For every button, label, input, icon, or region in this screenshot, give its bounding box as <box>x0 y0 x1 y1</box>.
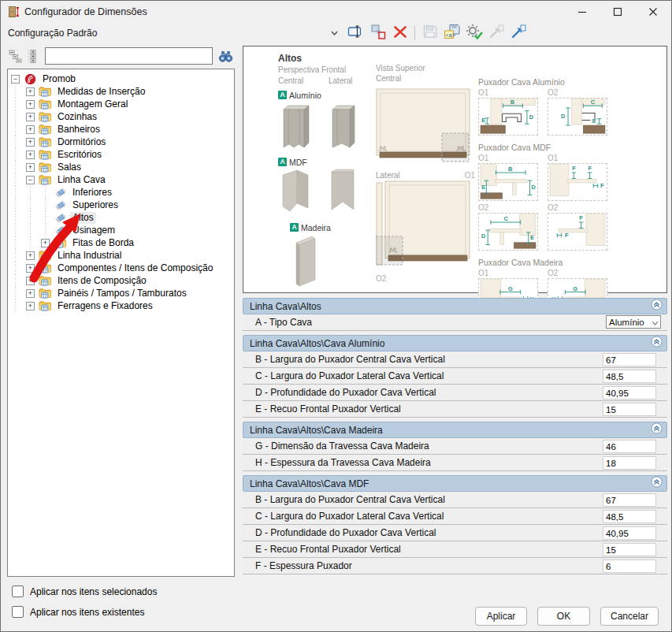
tree-guide-line: + <box>23 287 38 299</box>
property-section: Linha Cava\Altos\Cava AlumínioB - Largur… <box>243 335 667 418</box>
expand-node-icon[interactable]: + <box>26 251 35 260</box>
expand-node-icon[interactable]: + <box>41 239 50 247</box>
collapse-section-button[interactable] <box>651 476 663 491</box>
tree-guide-line <box>8 274 23 287</box>
tree-item-salas[interactable]: +Salas <box>8 161 234 173</box>
section-header: Linha Cava\Altos\Cava MDF <box>243 475 667 492</box>
close-button[interactable] <box>635 1 670 22</box>
property-value-input[interactable] <box>603 370 656 383</box>
tree-item-banheiros[interactable]: +Banheiros <box>8 123 234 136</box>
svg-text:E: E <box>481 184 485 191</box>
apply-button[interactable]: Aplicar <box>475 607 527 626</box>
restore-configuration-button[interactable] <box>508 24 528 43</box>
detail-cell-tag: O2 <box>548 88 609 98</box>
collapse-node-icon[interactable]: − <box>26 176 35 184</box>
tree-item-inferiores[interactable]: Inferiores <box>8 186 234 199</box>
collapse-section-button[interactable] <box>651 336 663 351</box>
tree-item-cozinhas[interactable]: +Cozinhas <box>8 110 234 123</box>
tree-guide-line <box>8 299 23 312</box>
toolbar-separator <box>414 26 415 40</box>
expand-node-icon[interactable]: + <box>26 138 35 147</box>
expand-node-icon[interactable]: + <box>26 163 35 172</box>
tree-item-escritorios[interactable]: +Escritórios <box>8 148 234 161</box>
expand-node-icon[interactable]: + <box>26 125 35 134</box>
search-binoculars-button[interactable] <box>216 47 235 65</box>
detail-cell-tag: O1 <box>478 154 540 163</box>
property-label: A - Tipo Cava <box>255 317 312 328</box>
maximize-button[interactable] <box>600 1 635 22</box>
tree-item-label: Componentes / Itens de Composição <box>55 262 215 274</box>
configuration-combobox[interactable]: Configuração Padrão <box>4 24 341 42</box>
dimension-letter-badge: A <box>290 223 299 232</box>
tree-item-label: Banheiros <box>55 124 102 136</box>
tree-item-superiores[interactable]: Superiores <box>8 199 234 211</box>
tree-item-linha-industrial[interactable]: +Linha Industrial <box>8 249 234 262</box>
ok-button[interactable]: OK <box>537 607 590 626</box>
expand-node-icon[interactable]: + <box>26 100 35 109</box>
expand-node-icon[interactable]: + <box>26 289 35 298</box>
tree-item-dormitorios[interactable]: +Dormitórios <box>8 136 234 148</box>
tree-item-montagem-geral[interactable]: +Montagem Geral <box>8 98 234 110</box>
folder-icon <box>38 149 53 160</box>
expand-node-icon[interactable]: + <box>26 277 35 285</box>
duplicate-configuration-button[interactable] <box>368 24 388 43</box>
property-value-input[interactable] <box>603 493 656 507</box>
delete-configuration-button[interactable] <box>390 24 410 43</box>
expand-node-icon[interactable]: + <box>26 151 35 159</box>
property-value-input[interactable] <box>603 456 656 470</box>
tree-item-ferragens-e-fixadores[interactable]: +Ferragens e Fixadores <box>8 299 234 312</box>
property-value-input[interactable] <box>603 510 656 523</box>
property-row: C - Largura do Puxador Lateral Cava Vert… <box>243 368 667 385</box>
property-value-input[interactable] <box>603 403 656 416</box>
property-label: C - Largura do Puxador Lateral Cava Vert… <box>255 370 444 381</box>
property-value-input[interactable] <box>603 353 656 366</box>
tag-icon <box>53 187 68 199</box>
tree-guide-line <box>8 236 23 249</box>
save-configuration-button[interactable] <box>420 24 440 43</box>
apply-selected-checkbox[interactable] <box>12 586 24 597</box>
rename-configuration-button[interactable] <box>346 24 366 43</box>
apply-configuration-button[interactable] <box>464 24 484 43</box>
collapse-all-button[interactable] <box>7 47 24 65</box>
tree-item-linha-cava[interactable]: −Linha Cava <box>8 173 234 186</box>
tree-item-altos[interactable]: Altos <box>8 211 234 224</box>
cancel-button[interactable]: Cancelar <box>600 607 659 626</box>
material-label-madeira: A Madeira <box>290 222 379 232</box>
tree-item-promob[interactable]: −Promob <box>8 72 234 85</box>
tree-item-paineis-tampos-tamburatos[interactable]: +Painéis / Tampos / Tamburatos <box>8 287 234 299</box>
detail-cell-tag: O1 <box>478 269 540 278</box>
tree-item-label: Altos <box>70 212 96 224</box>
tree-item-itens-de-composicao[interactable]: +Itens de Composição <box>8 274 234 287</box>
minimize-button[interactable] <box>564 1 600 22</box>
export-configuration-button[interactable]: <a> <box>442 24 462 43</box>
property-value-input[interactable] <box>603 526 656 540</box>
property-section: Linha Cava\Altos\Cava MadeiraG - Dimensã… <box>243 422 667 471</box>
tipo-cava-select[interactable]: Alumínio <box>606 315 661 329</box>
property-value-input[interactable] <box>603 440 656 453</box>
folder-icon <box>38 162 53 173</box>
import-configuration-button[interactable] <box>486 24 506 43</box>
tree-search-input[interactable] <box>45 47 213 65</box>
property-value-input[interactable] <box>603 560 656 573</box>
apply-existing-checkbox[interactable] <box>12 606 24 618</box>
door-dimension-app-icon <box>7 6 20 18</box>
property-value-input[interactable] <box>603 386 656 400</box>
tree-item-usinagem[interactable]: Usinagem <box>8 224 234 236</box>
expand-node-icon[interactable]: + <box>26 87 35 96</box>
expand-node-icon[interactable]: + <box>26 302 35 310</box>
collapse-section-button[interactable] <box>651 299 663 314</box>
expand-node-icon[interactable]: + <box>26 264 35 273</box>
tree-item-fitas-de-borda[interactable]: +Fitas de Borda <box>8 236 234 249</box>
collapse-node-icon[interactable]: − <box>11 75 20 84</box>
collapse-section-button[interactable] <box>651 422 663 437</box>
tree-item-componentes-itens-de-composicao[interactable]: +Componentes / Itens de Composição <box>8 262 234 274</box>
tree-item-label: Linha Industrial <box>55 250 124 262</box>
mdf-profiles <box>278 169 379 217</box>
property-value-input[interactable] <box>603 543 656 556</box>
expand-all-button[interactable] <box>24 47 42 65</box>
tree-guide-line <box>23 199 38 211</box>
folder-icon <box>38 174 53 185</box>
expand-node-icon[interactable]: + <box>26 113 35 121</box>
tree-item-medidas-de-insercao[interactable]: +Medidas de Inserção <box>8 85 234 98</box>
property-row: E - Recuo Frontal Puxador Vertical <box>243 541 667 558</box>
